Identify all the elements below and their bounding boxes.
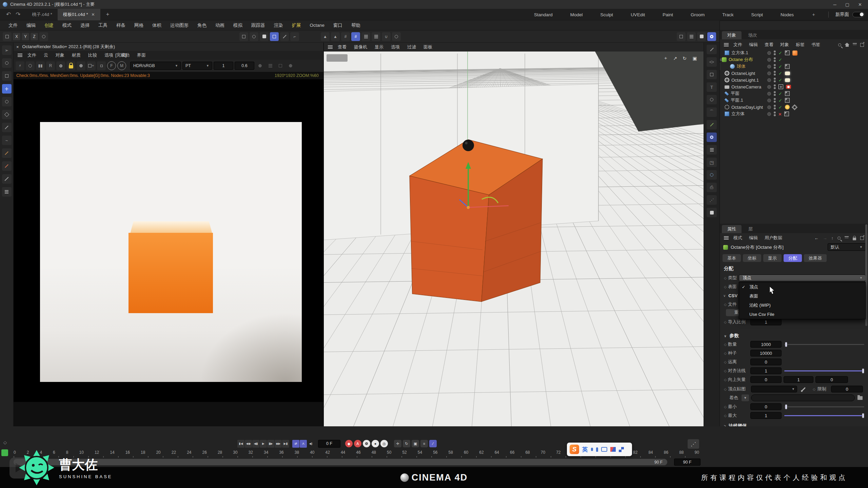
octane-menu-item[interactable]: 文件 xyxy=(24,53,40,58)
enabled-check-icon[interactable]: ✓ xyxy=(778,105,782,110)
workplane-icon[interactable] xyxy=(3,32,12,41)
back-arrow-icon[interactable]: ← xyxy=(814,236,819,241)
dim-ball-icon[interactable] xyxy=(256,61,264,70)
play-button[interactable]: ▶ xyxy=(260,440,267,448)
disabled-x-icon[interactable]: × xyxy=(778,111,782,117)
object-menu-item[interactable]: 对象 xyxy=(777,42,792,47)
layout-tab[interactable]: UVEdit xyxy=(622,12,654,17)
position-key-toggle[interactable]: ✛ xyxy=(394,440,401,447)
rotate-tool-icon[interactable] xyxy=(2,97,12,106)
octane-close-icon[interactable]: × xyxy=(16,44,19,49)
viewport-zoom-icon[interactable]: ↗ xyxy=(671,54,679,62)
goto-start-button[interactable]: ▮◀ xyxy=(237,440,244,448)
menu-item[interactable]: 动画 xyxy=(211,22,229,28)
axis-lock-x-button[interactable]: X xyxy=(13,33,20,40)
min-field[interactable]: 0 xyxy=(750,403,782,410)
skin-icon[interactable] xyxy=(610,447,616,452)
keyframe-presets-button[interactable]: ◎ xyxy=(380,440,388,447)
object-row[interactable]: 球体 ✓ xyxy=(720,63,868,70)
object-row[interactable]: OctaneDayLight ✓ xyxy=(720,104,868,110)
search-icon[interactable] xyxy=(837,237,841,240)
object-row[interactable]: 立方体.1 ✓ xyxy=(720,49,868,56)
enabled-check-icon[interactable]: ✓ xyxy=(778,57,782,62)
layout-tab[interactable]: Standard xyxy=(525,12,561,17)
scale-key-toggle[interactable]: ▣ xyxy=(412,440,419,447)
next-frame-button[interactable]: ▮▶ xyxy=(267,440,274,448)
doc-tab[interactable]: 桃子.c4d * xyxy=(27,9,58,20)
sphere-object[interactable] xyxy=(462,140,474,151)
doc-tab-active[interactable]: 模板01.c4d * ✕ xyxy=(58,9,100,20)
dropdown-option[interactable]: ✓顶点 xyxy=(739,282,865,291)
menu-item[interactable]: 体积 xyxy=(148,22,166,28)
shading-caret[interactable]: ▼ xyxy=(742,394,749,401)
layout-tab[interactable]: Model xyxy=(561,12,592,17)
count-field[interactable]: 1000 xyxy=(750,341,782,348)
render-region-button[interactable] xyxy=(280,32,289,41)
sun-tag-icon[interactable] xyxy=(785,105,790,109)
prev-frame-button[interactable]: ◀▮ xyxy=(252,440,259,448)
hamburger-icon[interactable] xyxy=(724,44,729,45)
enabled-check-icon[interactable]: ✓ xyxy=(778,98,782,103)
up-z-field[interactable]: 0 xyxy=(815,376,848,383)
scale-tool-icon[interactable] xyxy=(2,110,12,119)
dim-list-icon[interactable] xyxy=(266,61,275,70)
cube-palette-icon[interactable] xyxy=(707,70,717,79)
quantize-snap-icon[interactable]: # xyxy=(351,32,360,41)
live-selection-icon[interactable]: ➢ xyxy=(2,45,12,55)
layer-list-icon[interactable] xyxy=(372,32,380,41)
current-frame-field[interactable]: 0 F xyxy=(318,440,340,448)
layout-icon[interactable] xyxy=(687,32,696,41)
object-menu-item[interactable]: 文件 xyxy=(730,42,746,47)
snap-cursor-icon[interactable]: ▲ xyxy=(331,32,340,41)
kernel-dropdown[interactable]: PT▼ xyxy=(182,62,212,70)
menu-item[interactable]: 模式 xyxy=(58,22,76,28)
goto-end-button[interactable]: ▶▮ xyxy=(282,440,289,448)
viewport-menu-item[interactable]: 面板 xyxy=(420,44,436,49)
grid-snap-icon[interactable]: # xyxy=(341,32,350,41)
dropdown-option[interactable]: ✓表面 xyxy=(739,291,865,301)
menu-item[interactable]: Octane xyxy=(305,23,329,28)
refresh-icon[interactable] xyxy=(26,61,35,70)
hamburger-icon[interactable] xyxy=(724,238,729,238)
octane-menu-item[interactable]: 界面 xyxy=(133,53,150,58)
lasso-selection-icon[interactable] xyxy=(2,71,12,81)
pla-key-toggle[interactable]: ⁄ xyxy=(429,440,437,447)
kernel-settings-gear-icon[interactable] xyxy=(56,61,65,70)
layer-dot[interactable] xyxy=(767,51,771,55)
attribute-tab-chip[interactable]: 效果器 xyxy=(804,254,827,262)
material-picker-icon[interactable]: M xyxy=(117,61,126,70)
home-icon[interactable] xyxy=(845,43,849,47)
dim-ball2-icon[interactable] xyxy=(286,61,295,70)
light-tag-icon[interactable] xyxy=(785,72,790,75)
attribute-tab-chip[interactable]: 分配 xyxy=(784,254,802,262)
visibility-dots[interactable] xyxy=(774,105,776,109)
object-row[interactable]: ⊟ Octane 分布 ✓ xyxy=(720,56,868,63)
record-keyframe-button[interactable]: ◆ xyxy=(345,440,353,447)
polygon-tag-icon[interactable] xyxy=(785,91,790,96)
viewport-rotate-icon[interactable]: ↻ xyxy=(680,54,689,62)
autokey-button[interactable]: A xyxy=(354,440,361,447)
layer-dot[interactable] xyxy=(767,112,771,116)
enabled-check-icon[interactable]: ✓ xyxy=(778,78,782,83)
viewport-menu-item[interactable]: 查看 xyxy=(334,44,350,49)
object-name[interactable]: 球体 xyxy=(737,63,746,69)
menu-item[interactable]: 工具 xyxy=(94,22,112,28)
modeling-settings-icon[interactable] xyxy=(392,32,401,41)
sphere-palette-icon[interactable] xyxy=(707,95,717,104)
viewport-pan-icon[interactable]: ＋ xyxy=(662,54,670,62)
panel-icon[interactable] xyxy=(697,32,706,41)
gear-tag-icon[interactable] xyxy=(792,105,797,109)
polygon-tag-icon[interactable] xyxy=(784,111,789,116)
object-name[interactable]: OctaneLight xyxy=(731,71,755,76)
preset-dropdown[interactable]: 默认▼ xyxy=(828,243,866,251)
axis-lock-z-button[interactable]: Z xyxy=(31,33,38,40)
layer-dot[interactable] xyxy=(767,78,771,82)
viewport-menu-item[interactable]: 过滤 xyxy=(403,44,420,49)
align-normal-slider[interactable] xyxy=(784,370,864,371)
capture-icon[interactable] xyxy=(677,32,686,41)
object-name[interactable]: OctaneCamera xyxy=(731,84,761,89)
menu-item[interactable]: 运动图形 xyxy=(166,22,193,28)
up-arrow-icon[interactable]: ↑ xyxy=(831,236,834,241)
object-row[interactable]: OctaneLight.1 ✓ xyxy=(720,77,868,83)
render-view-button[interactable] xyxy=(239,32,248,41)
